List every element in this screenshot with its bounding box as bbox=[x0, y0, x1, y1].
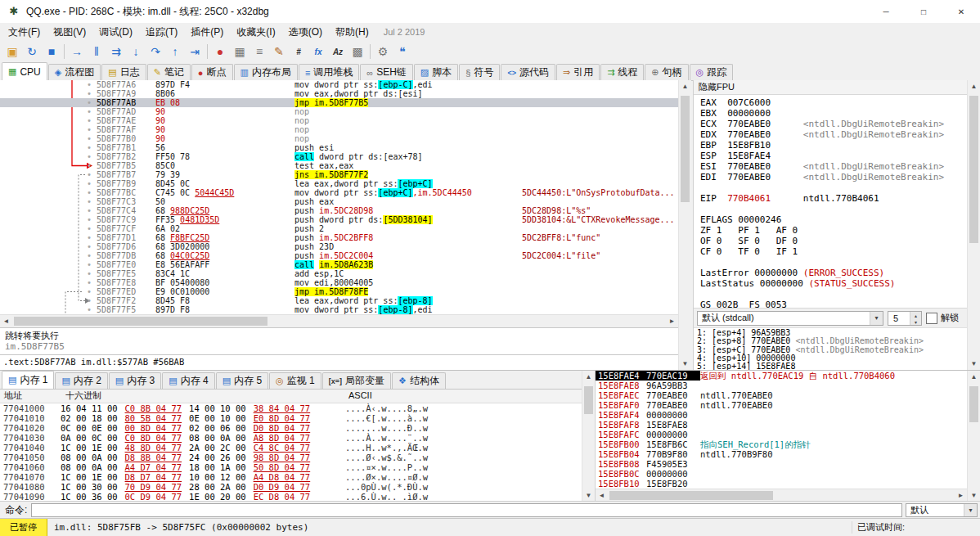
scrollbar-track[interactable] bbox=[12, 315, 666, 327]
command-profile-select[interactable]: 默认 ▾ bbox=[906, 503, 978, 517]
disasm-row[interactable]: •5D8F77B585C0test eax,eax bbox=[0, 161, 678, 170]
memory-row[interactable]: 7704105008 00 0A 00D8 8B 04 7724 00 26 0… bbox=[0, 453, 582, 462]
stack-row[interactable]: 15E8FAF0770EABE0ntdll.770EABE0 bbox=[596, 400, 967, 410]
scroll-up-icon[interactable]: ▲ bbox=[968, 371, 980, 383]
maximize-button[interactable]: □ bbox=[905, 0, 942, 23]
scroll-right-icon[interactable]: ► bbox=[666, 315, 678, 327]
tab-seh[interactable]: ∞SEH链 bbox=[360, 64, 413, 80]
register-line[interactable]: EDI 770EABE0 <ntdll.DbgUiRemoteBreakin> bbox=[700, 172, 967, 182]
disasm-row[interactable]: •5D8F77D168 F8BFC25Dpush im.5DC2BFF85DC2… bbox=[0, 233, 678, 242]
register-line[interactable]: EBP 15E8FB10 bbox=[700, 140, 967, 151]
scroll-left-icon[interactable]: ◄ bbox=[0, 315, 12, 327]
disasm-row[interactable]: •5D8F77E8BF 05400080mov edi,80004005 bbox=[0, 278, 678, 287]
hide-fpu-button[interactable]: 隐藏FPU bbox=[694, 80, 967, 95]
register-line[interactable] bbox=[700, 289, 967, 300]
tab-watch-1[interactable]: ◎监视 1 bbox=[269, 372, 321, 389]
disasm-row[interactable]: •5D8F77BCC745 0C 5044C45Dmov dword ptr s… bbox=[0, 188, 678, 197]
tab-locals[interactable]: [x=]局部变量 bbox=[322, 372, 391, 389]
scrollbar-track[interactable] bbox=[608, 489, 955, 502]
step-into-icon[interactable]: ↓ bbox=[126, 43, 146, 61]
stack-row[interactable]: 15E8FAEC770EABE0ntdll.770EABE0 bbox=[596, 390, 967, 400]
scroll-up-icon[interactable]: ▲ bbox=[582, 371, 595, 383]
tab-memory-3[interactable]: ▤内存 3 bbox=[109, 372, 161, 389]
register-line[interactable] bbox=[700, 204, 967, 214]
disasm-row[interactable]: •5D8F77AE90nop bbox=[0, 116, 678, 125]
tab-memory-2[interactable]: ▤内存 2 bbox=[55, 372, 107, 389]
pause-icon[interactable]: ‖ bbox=[87, 43, 106, 61]
tab-memory-map[interactable]: ▥内存布局 bbox=[234, 64, 298, 80]
memory-row[interactable]: 770410401C 00 1E 0048 8D 04 772A 00 2C 0… bbox=[0, 443, 582, 453]
minimize-button[interactable]: ─ bbox=[867, 0, 905, 23]
scrollbar-thumb[interactable] bbox=[969, 96, 978, 243]
stack-row[interactable]: 15E8FB04770B9F80ntdll.770B9F80 bbox=[596, 449, 967, 459]
register-line[interactable]: ZF 1 PF 1 AF 0 bbox=[700, 225, 967, 236]
stack-row[interactable]: 15E8FAE4770EAC19返回到 ntdll.770EAC19 自 ntd… bbox=[596, 371, 967, 381]
disasm-row[interactable]: •5D8F77E0E8 56EAFAFFcall im.5D8A623B bbox=[0, 260, 678, 269]
scroll-left-icon[interactable]: ◄ bbox=[596, 489, 608, 502]
disasm-row[interactable]: •5D8F77AD90nop bbox=[0, 107, 678, 116]
disasm-row[interactable]: •5D8F77B98D45 0Clea eax,dword ptr ss:[eb… bbox=[0, 179, 678, 188]
scrollbar-track[interactable] bbox=[968, 92, 980, 358]
close-button[interactable]: ✕ bbox=[942, 0, 980, 23]
scrollbar-thumb[interactable] bbox=[584, 386, 593, 414]
register-line[interactable]: ESP 15E8FAE4 bbox=[700, 151, 967, 161]
close-process-icon[interactable]: ■ bbox=[42, 43, 61, 61]
disasm-row[interactable]: •5D8F77EDE9 0C010000jmp im.5D8F78FE bbox=[0, 287, 678, 296]
disasm-row[interactable]: •5D8F77F5897D F8mov dword ptr ss:[ebp-8]… bbox=[0, 305, 678, 314]
run-trace-icon[interactable]: ⇉ bbox=[106, 43, 126, 61]
tab-trace[interactable]: ◎跟踪 bbox=[690, 64, 734, 80]
restart-icon[interactable]: ↻ bbox=[22, 43, 42, 61]
register-line[interactable] bbox=[700, 182, 967, 193]
memory-row[interactable]: 770410701C 00 1E 00D8 D7 04 7710 00 12 0… bbox=[0, 472, 582, 482]
tab-memory-1[interactable]: ▤内存 1 bbox=[2, 371, 54, 389]
step-out-icon[interactable]: ↑ bbox=[165, 43, 185, 61]
log-icon[interactable]: ≡ bbox=[249, 43, 269, 61]
register-line[interactable]: ESI 770EABE0 <ntdll.DbgUiRemoteBreakin> bbox=[700, 161, 967, 172]
tab-source[interactable]: <>源代码 bbox=[501, 64, 555, 80]
disasm-vscrollbar[interactable]: ▲▼ bbox=[678, 80, 691, 370]
disasm-hscrollbar[interactable]: ◄► bbox=[0, 314, 678, 327]
disasm-row[interactable]: •5D8F77C468 988DC25Dpush im.5DC28D985DC2… bbox=[0, 206, 678, 215]
arg-count-spinner[interactable]: 5 ▴▾ bbox=[888, 311, 922, 326]
calculator-icon[interactable]: ▩ bbox=[348, 43, 367, 61]
disasm-row[interactable]: •5D8F77DB68 04C0C25Dpush im.5DC2C0045DC2… bbox=[0, 251, 678, 260]
chat-icon[interactable]: ❝ bbox=[393, 43, 412, 61]
register-line[interactable]: EIP 770B4061 ntdll.770B4061 bbox=[700, 193, 967, 204]
disasm-row[interactable]: •5D8F77D668 3D020000push 23D bbox=[0, 242, 678, 251]
tab-call-stack[interactable]: ≡调用堆栈 bbox=[299, 64, 359, 80]
stack-row[interactable]: 15E8FB1015E8FB20 bbox=[596, 479, 967, 489]
disasm-row[interactable]: •5D8F77A6897D F4mov dword ptr ss:[ebp-C]… bbox=[0, 80, 678, 89]
patch-icon[interactable]: ✎ bbox=[269, 43, 289, 61]
stack-row[interactable]: 15E8FAFC00000000 bbox=[596, 430, 967, 439]
scrollbar-thumb[interactable] bbox=[14, 317, 267, 326]
stack-arg-line[interactable]: 5: [esp+14] 15E8FAE8 bbox=[697, 363, 967, 370]
memory-vscrollbar[interactable]: ▲▼ bbox=[582, 371, 595, 502]
menu-item-favourites[interactable]: 收藏夹(I) bbox=[230, 24, 281, 41]
disasm-row[interactable]: •5D8F77B156push esi bbox=[0, 143, 678, 152]
registers-vscrollbar[interactable]: ▲▼ bbox=[967, 80, 980, 370]
calling-convention-select[interactable]: 默认 (stdcall) ▾ bbox=[697, 311, 883, 326]
menu-item-plugins[interactable]: 插件(P) bbox=[184, 24, 230, 41]
scroll-up-icon[interactable]: ▲ bbox=[679, 80, 691, 92]
memory-row[interactable]: 7704100016 04 11 00C0 8B 04 7714 00 10 0… bbox=[0, 403, 582, 413]
scroll-down-icon[interactable]: ▼ bbox=[968, 358, 980, 370]
tab-memory-4[interactable]: ▤内存 4 bbox=[162, 372, 214, 389]
menu-item-options[interactable]: 选项(O) bbox=[282, 24, 329, 41]
memory-row[interactable]: 7704101002 00 18 0080 5B 04 770E 00 10 0… bbox=[0, 413, 582, 423]
stack-row[interactable]: 15E8FAF815E8FAE8 bbox=[596, 420, 967, 430]
tab-symbols[interactable]: §符号 bbox=[459, 64, 500, 80]
register-line[interactable]: OF 0 SF 0 DF 0 bbox=[700, 236, 967, 246]
scroll-down-icon[interactable]: ▼ bbox=[968, 489, 980, 502]
memory-row[interactable]: 7704106008 00 0A 00A4 D7 04 7718 00 1A 0… bbox=[0, 462, 582, 472]
tab-memory-5[interactable]: ▤内存 5 bbox=[216, 372, 268, 389]
register-line[interactable]: LastStatus 00000000 (STATUS_SUCCESS) bbox=[700, 278, 967, 289]
disasm-row[interactable]: •5D8F77B779 39jns im.5D8F77F2 bbox=[0, 170, 678, 179]
stack-row[interactable]: 15E8FAE896A59BB3 bbox=[596, 381, 967, 390]
menu-item-trace[interactable]: 追踪(T) bbox=[139, 24, 184, 41]
breakpoint-icon[interactable]: ● bbox=[210, 43, 230, 61]
comment-icon[interactable]: # bbox=[289, 43, 308, 61]
disasm-row[interactable]: •5D8F77A98B06mov eax,dword ptr ds:[esi] bbox=[0, 89, 678, 98]
scrollbar-track[interactable] bbox=[582, 383, 595, 489]
tab-cpu[interactable]: ▦CPU bbox=[2, 62, 47, 80]
tab-handles[interactable]: ⊕句柄 bbox=[645, 64, 688, 80]
